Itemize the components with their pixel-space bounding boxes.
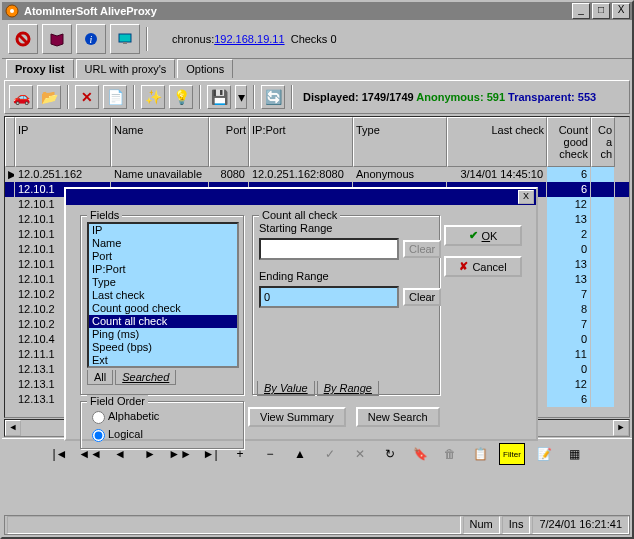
tab-proxy-list[interactable]: Proxy list <box>6 59 74 78</box>
main-tabs: Proxy list URL with proxy's Options <box>2 59 632 78</box>
wand-icon[interactable]: ✨ <box>141 85 165 109</box>
check-green-icon: ✔ <box>469 229 478 242</box>
clear-start-button[interactable]: Clear <box>403 240 441 258</box>
count-all-check-group: Count all check Starting Range Clear End… <box>252 215 440 395</box>
page-icon[interactable]: 📄 <box>103 85 127 109</box>
car-icon[interactable]: 🚗 <box>9 85 33 109</box>
col-all[interactable]: Coach <box>591 117 615 167</box>
app-icon <box>4 3 20 19</box>
count-all-check-label: Count all check <box>259 209 340 221</box>
notes-icon[interactable]: 📝 <box>533 445 555 463</box>
minimize-button[interactable]: _ <box>572 3 590 19</box>
server-status: chronus:192.168.19.11 Checks 0 <box>172 33 337 45</box>
save-dropdown-icon[interactable]: ▾ <box>235 85 247 109</box>
window-title: AtomInterSoft AliveProxy <box>24 5 570 17</box>
status-ins: Ins <box>502 516 531 534</box>
cancel-button[interactable]: ✘ Cancel <box>444 256 522 277</box>
radio-logical[interactable]: Logical <box>87 426 143 442</box>
info-icon[interactable]: i <box>76 24 106 54</box>
list-item[interactable]: IP:Port <box>89 263 237 276</box>
radio-alphabetic[interactable]: Alphabetic <box>87 408 159 424</box>
title-bar: AtomInterSoft AliveProxy _ □ X <box>2 2 632 20</box>
col-ipport[interactable]: IP:Port <box>249 117 353 167</box>
list-item[interactable]: Port <box>89 250 237 263</box>
stop-icon[interactable] <box>8 24 38 54</box>
scroll-left-icon[interactable]: ◄ <box>5 420 21 436</box>
monitor-icon[interactable] <box>110 24 140 54</box>
col-ip[interactable]: IP <box>15 117 111 167</box>
scroll-right-icon[interactable]: ► <box>613 420 629 436</box>
col-name[interactable]: Name <box>111 117 209 167</box>
toolbar-separator <box>146 27 148 51</box>
tab-url-with-proxys[interactable]: URL with proxy's <box>76 59 176 78</box>
maximize-button[interactable]: □ <box>592 3 610 19</box>
col-last[interactable]: Last check <box>447 117 547 167</box>
list-item[interactable]: Ping (ms) <box>89 328 237 341</box>
fields-group: Fields IPNamePortIP:PortTypeLast checkCo… <box>80 215 244 395</box>
status-bar: Num Ins 7/24/01 16:21:41 <box>4 515 630 535</box>
cross-red-icon: ✘ <box>459 260 468 273</box>
edit-toolbar: 🚗 📂 ✕ 📄 ✨ 💡 💾 ▾ 🔄 Displayed: 1749/1749 A… <box>4 80 630 114</box>
svg-line-3 <box>19 35 27 43</box>
close-button[interactable]: X <box>612 3 630 19</box>
ok-button[interactable]: ✔ OK <box>444 225 522 246</box>
svg-text:i: i <box>90 34 93 45</box>
open-icon[interactable]: 📂 <box>37 85 61 109</box>
new-search-button[interactable]: New Search <box>356 407 440 427</box>
ending-range-label: Ending Range <box>259 270 433 282</box>
save-icon[interactable]: 💾 <box>207 85 231 109</box>
col-type[interactable]: Type <box>353 117 447 167</box>
grid-icon[interactable]: ▦ <box>563 445 585 463</box>
dialog-titlebar: X <box>66 189 536 205</box>
svg-rect-7 <box>123 42 127 44</box>
grid-header: IP Name Port IP:Port Type Last check Cou… <box>5 117 629 167</box>
bulb-icon[interactable]: 💡 <box>169 85 193 109</box>
book-icon[interactable] <box>42 24 72 54</box>
view-summary-button[interactable]: View Summary <box>248 407 346 427</box>
tab-by-value[interactable]: By Value <box>257 381 315 396</box>
server-link[interactable]: 192.168.19.11 <box>214 33 284 45</box>
starting-range-label: Starting Range <box>259 222 433 234</box>
status-time: 7/24/01 16:21:41 <box>532 516 629 534</box>
display-status: Displayed: 1749/1749 Anonymous: 591 Tran… <box>303 91 596 103</box>
delete-icon[interactable]: ✕ <box>75 85 99 109</box>
list-item[interactable]: Count all check <box>89 315 237 328</box>
field-order-label: Field Order <box>87 395 148 407</box>
fields-label: Fields <box>87 209 122 221</box>
col-port[interactable]: Port <box>209 117 249 167</box>
list-item[interactable]: Speed (bps) <box>89 341 237 354</box>
list-item[interactable]: Ext <box>89 354 237 367</box>
dialog-close-icon[interactable]: X <box>518 190 534 204</box>
list-item[interactable]: Type <box>89 276 237 289</box>
search-dialog: X Fields IPNamePortIP:PortTypeLast check… <box>64 187 538 441</box>
svg-point-1 <box>10 9 14 13</box>
status-num: Num <box>463 516 500 534</box>
tab-options[interactable]: Options <box>177 59 233 78</box>
svg-rect-6 <box>119 34 131 42</box>
ending-range-input[interactable] <box>259 286 399 308</box>
tab-by-range[interactable]: By Range <box>317 381 379 396</box>
main-toolbar: i chronus:192.168.19.11 Checks 0 <box>2 20 632 59</box>
table-row[interactable]: ▶12.0.251.162Name unavailable808012.0.25… <box>5 167 629 182</box>
field-order-group: Field Order Alphabetic Logical <box>80 401 244 449</box>
starting-range-input[interactable] <box>259 238 399 260</box>
list-item[interactable]: Name <box>89 237 237 250</box>
clear-end-button[interactable]: Clear <box>403 288 441 306</box>
fields-listbox[interactable]: IPNamePortIP:PortTypeLast checkCount goo… <box>87 222 239 368</box>
tab-searched[interactable]: Searched <box>115 370 176 385</box>
list-item[interactable]: IP <box>89 224 237 237</box>
col-good[interactable]: Count good check <box>547 117 591 167</box>
list-item[interactable]: Count good check <box>89 302 237 315</box>
tab-all[interactable]: All <box>87 370 113 385</box>
list-item[interactable]: Last check <box>89 289 237 302</box>
refresh-icon[interactable]: 🔄 <box>261 85 285 109</box>
